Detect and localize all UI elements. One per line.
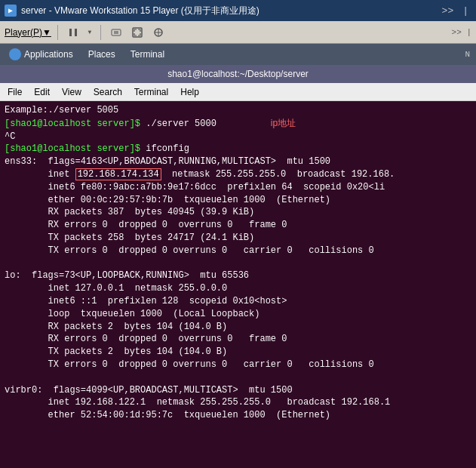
terminal-line-10: RX errors 0 dropped 0 overruns 0 frame 0 xyxy=(5,219,471,232)
places-menu[interactable]: Places xyxy=(85,48,118,61)
toolbar-separator-2 xyxy=(100,25,101,40)
terminal-window: shao1@localhost:~/Desktop/server File Ed… xyxy=(0,65,476,468)
app-menu-right: N xyxy=(465,50,470,59)
terminal-content[interactable]: Example:./server 5005 [shao1@localhost s… xyxy=(0,101,476,468)
menu-view[interactable]: View xyxy=(57,85,86,99)
vmware-icon: ▶ xyxy=(5,5,17,17)
pause-dropdown[interactable]: ▼ xyxy=(85,24,94,41)
ip-label: ip地址 xyxy=(271,118,296,128)
terminal-line-7: inet6 fe80::9abc:a7bb:9e17:6dcc prefixle… xyxy=(5,181,471,194)
menu-file[interactable]: File xyxy=(3,85,26,99)
pause-button[interactable] xyxy=(64,24,82,41)
title-bar: ▶ server - VMware Workstation 15 Player … xyxy=(0,0,476,21)
terminal-line-25: ether 52:54:00:1d:95:7c txqueuelen 1000 … xyxy=(5,409,471,422)
title-bar-sep: | xyxy=(459,5,471,17)
terminal-line-4: [shao1@localhost server]$ ifconfig xyxy=(5,143,471,155)
svg-rect-3 xyxy=(114,31,118,34)
terminal-line-18: RX packets 2 bytes 104 (104.0 B) xyxy=(5,321,471,334)
terminal-menubar: File Edit View Search Terminal Help xyxy=(0,83,476,101)
terminal-line-5: ens33: flags=4163<UP,BROADCAST,RUNNING,M… xyxy=(5,155,471,168)
applications-label: Applications xyxy=(24,49,73,60)
terminal-line-11: TX packets 258 bytes 24717 (24.1 KiB) xyxy=(5,232,471,245)
terminal-line-20: TX packets 2 bytes 104 (104.0 B) xyxy=(5,346,471,359)
unity-button[interactable] xyxy=(149,24,167,41)
terminal-line-17: loop txqueuelen 1000 (Local Loopback) xyxy=(5,308,471,321)
player-menu[interactable]: Player(P)▼ xyxy=(5,27,51,38)
terminal-line-12: TX errors 0 dropped 0 overruns 0 carrier… xyxy=(5,245,471,257)
title-bar-text: server - VMware Workstation 15 Player (仅… xyxy=(21,5,435,17)
menu-search[interactable]: Search xyxy=(89,85,127,99)
terminal-line-1: Example:./server 5005 xyxy=(5,104,471,117)
terminal-line-21: TX errors 0 dropped 0 overruns 0 carrier… xyxy=(5,359,471,371)
ip-address-highlight: 192.168.174.134 xyxy=(75,168,161,180)
terminal-line-19: RX errors 0 dropped 0 overruns 0 frame 0 xyxy=(5,333,471,346)
menu-help[interactable]: Help xyxy=(176,85,204,99)
terminal-line-2: [shao1@localhost server]$ ./server 5000 … xyxy=(5,117,471,131)
terminal-titlebar: shao1@localhost:~/Desktop/server xyxy=(0,65,476,83)
terminal-menu[interactable]: Terminal xyxy=(127,48,167,61)
title-bar-right[interactable]: >> xyxy=(439,5,457,17)
fullscreen-button[interactable] xyxy=(128,24,146,41)
terminal-line-16: inet6 ::1 prefixlen 128 scopeid 0x10<hos… xyxy=(5,295,471,308)
terminal-line-6: inet 192.168.174.134 netmask 255.255.255… xyxy=(5,168,471,181)
terminal-line-24: inet 192.168.122.1 netmask 255.255.255.0… xyxy=(5,396,471,409)
terminal-line-22 xyxy=(5,371,471,384)
menu-edit[interactable]: Edit xyxy=(29,85,54,99)
terminal-line-9: RX packets 387 bytes 40945 (39.9 KiB) xyxy=(5,206,471,219)
terminal-line-13 xyxy=(5,257,471,270)
terminal-title: shao1@localhost:~/Desktop/server xyxy=(167,69,309,79)
terminal-line-3: ^C xyxy=(5,131,471,143)
terminal-line-8: ether 00:0c:29:57:9b:7b txqueuelen 1000 … xyxy=(5,194,471,207)
app-menubar: Applications Places Terminal N xyxy=(0,44,476,65)
menu-terminal[interactable]: Terminal xyxy=(130,85,173,99)
places-label: Places xyxy=(88,49,115,60)
vmware-window: ▶ server - VMware Workstation 15 Player … xyxy=(0,0,476,468)
applications-menu[interactable]: Applications xyxy=(6,47,76,62)
toolbar-right-label: >> | xyxy=(452,28,471,37)
globe-icon xyxy=(9,48,21,60)
terminal-line-23: virbr0: flags=4099<UP,BROADCAST,MULTICAS… xyxy=(5,384,471,397)
terminal-line-14: lo: flags=73<UP,LOOPBACK,RUNNING> mtu 65… xyxy=(5,269,471,282)
send-ctrl-alt-del-button[interactable] xyxy=(107,24,125,41)
title-bar-controls: >> | xyxy=(439,5,471,17)
terminal-line-15: inet 127.0.0.1 netmask 255.0.0.0 xyxy=(5,282,471,295)
toolbar-separator-1 xyxy=(57,25,58,40)
vmware-toolbar: Player(P)▼ ▼ xyxy=(0,21,476,44)
terminal-label: Terminal xyxy=(131,49,164,60)
svg-rect-1 xyxy=(75,29,77,36)
svg-rect-0 xyxy=(69,29,72,36)
